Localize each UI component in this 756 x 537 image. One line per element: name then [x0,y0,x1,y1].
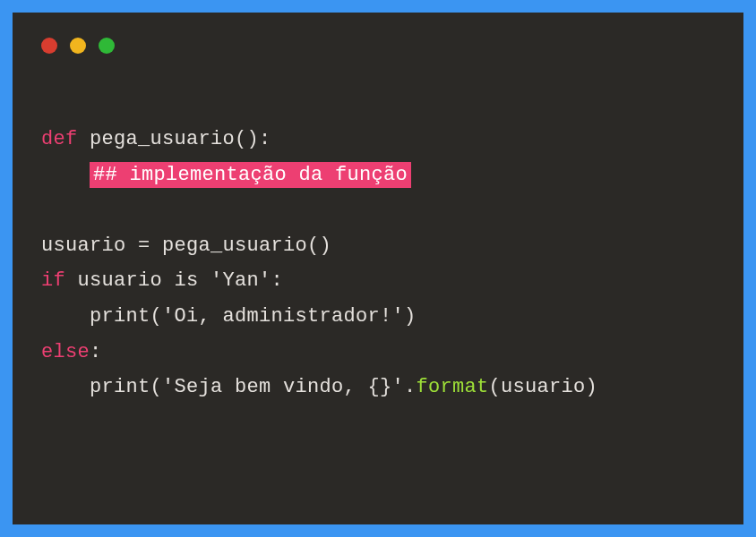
code-text: pega_usuario(): [78,128,271,150]
code-text: usuario is 'Yan': [65,269,283,292]
code-text: print('Oi, administrador!') [41,305,417,328]
maximize-button[interactable] [99,38,115,54]
highlighted-comment: ## implementação da função [90,162,411,188]
editor-window: def pega_usuario(): ## implementação da … [13,13,743,524]
keyword-else: else [41,341,90,363]
method-call: format [417,376,489,398]
close-button[interactable] [41,38,57,54]
code-editor-content: def pega_usuario(): ## implementação da … [41,122,715,405]
code-text: print('Seja bem vindo, {}'. [41,376,417,398]
code-text: (usuario) [489,376,598,398]
code-text: : [90,341,102,363]
keyword-if: if [41,269,65,292]
minimize-button[interactable] [70,38,86,54]
code-text: usuario = pega_usuario() [41,234,331,257]
window-controls [41,38,715,54]
keyword-def: def [41,128,78,150]
indent [41,164,90,186]
